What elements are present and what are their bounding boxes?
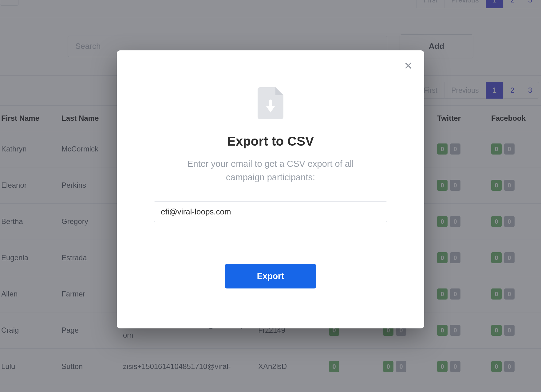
close-icon: ✕ (404, 60, 413, 72)
modal-subtitle: Enter your email to get a CSV export of … (169, 157, 372, 184)
export-modal: ✕ Export to CSV Enter your email to get … (117, 50, 424, 328)
close-button[interactable]: ✕ (403, 60, 414, 71)
download-file-icon (258, 87, 283, 120)
export-button[interactable]: Export (225, 264, 316, 288)
email-input[interactable] (154, 201, 387, 222)
modal-overlay[interactable]: ✕ Export to CSV Enter your email to get … (0, 0, 541, 392)
modal-title: Export to CSV (135, 134, 406, 149)
